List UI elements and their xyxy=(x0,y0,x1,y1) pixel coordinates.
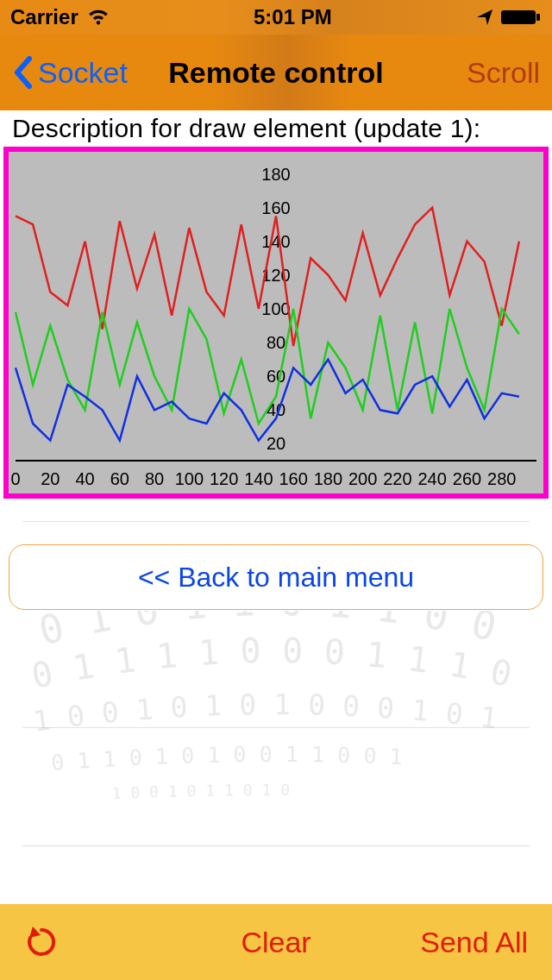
svg-text:200: 200 xyxy=(348,469,377,488)
binary-background: 0 1 0 1 1 0 1 1 0 0 1 0 1 0 1 0 1 0 1 1 … xyxy=(0,611,552,809)
svg-text:180: 180 xyxy=(261,165,290,184)
svg-text:220: 220 xyxy=(383,469,411,488)
divider xyxy=(22,727,530,728)
svg-text:0 1 0 1 1 0 1 1 0 0 1 0 1 0 1 : 0 1 0 1 1 0 1 1 0 0 1 0 1 0 1 0 1 xyxy=(9,611,524,656)
svg-text:1 0 0 1 0 1 1 0 1 0: 1 0 0 1 0 1 1 0 1 0 xyxy=(111,781,290,802)
battery-icon xyxy=(500,9,542,26)
back-label: Socket xyxy=(38,56,128,90)
chart-container: 2040608010012014016018002040608010012014… xyxy=(3,147,549,499)
back-to-menu-button[interactable]: << Back to main menu xyxy=(9,544,543,610)
svg-text:60: 60 xyxy=(110,469,129,488)
carrier-label: Carrier xyxy=(10,5,78,29)
svg-text:80: 80 xyxy=(267,333,285,352)
svg-text:0: 0 xyxy=(10,469,20,488)
wifi-icon xyxy=(87,9,110,26)
line-chart: 2040608010012014016018002040608010012014… xyxy=(9,152,543,493)
svg-text:0 1 1 0 1 0 1 0 0 1 1 0 0 1: 0 1 1 0 1 0 1 0 0 1 1 0 0 1 xyxy=(50,742,403,776)
svg-text:1 0 0 1 0 1 0 1 0 0 0 1 0 1 0: 1 0 0 1 0 1 0 1 0 0 0 1 0 1 0 xyxy=(9,611,517,738)
svg-text:160: 160 xyxy=(261,198,290,217)
svg-text:80: 80 xyxy=(145,469,164,488)
svg-text:240: 240 xyxy=(418,469,447,488)
svg-rect-1 xyxy=(536,14,540,21)
svg-text:20: 20 xyxy=(41,469,60,488)
svg-rect-0 xyxy=(501,10,536,24)
svg-text:100: 100 xyxy=(261,299,290,318)
refresh-button[interactable] xyxy=(24,923,59,961)
divider xyxy=(22,521,530,522)
svg-text:20: 20 xyxy=(267,434,285,453)
clock: 5:01 PM xyxy=(254,5,332,29)
chart-description: Description for draw element (update 1): xyxy=(0,110,552,145)
svg-text:140: 140 xyxy=(261,232,290,251)
send-all-button[interactable]: Send All xyxy=(420,926,528,959)
back-to-menu-label: << Back to main menu xyxy=(138,562,414,594)
svg-text:60: 60 xyxy=(267,367,285,386)
svg-text:120: 120 xyxy=(210,469,238,488)
svg-text:260: 260 xyxy=(453,469,481,488)
svg-text:180: 180 xyxy=(314,469,342,488)
svg-text:100: 100 xyxy=(175,469,204,488)
clear-button[interactable]: Clear xyxy=(241,926,310,959)
location-icon xyxy=(476,9,493,26)
content-area: Description for draw element (update 1):… xyxy=(0,110,552,904)
svg-text:0 1 1 1 1 0 0 0 1 1 1 0 1 0 1 : 0 1 1 1 1 0 0 0 1 1 1 0 1 0 1 0 xyxy=(9,611,515,696)
bottom-toolbar: Clear Send All xyxy=(0,904,552,980)
refresh-icon xyxy=(24,923,59,961)
scroll-button[interactable]: Scroll xyxy=(467,56,540,90)
divider xyxy=(22,845,530,846)
status-bar: Carrier 5:01 PM xyxy=(0,0,552,35)
back-button[interactable]: Socket xyxy=(12,55,128,90)
nav-bar: Socket Remote control Scroll xyxy=(0,35,552,110)
svg-text:40: 40 xyxy=(75,469,94,488)
svg-text:160: 160 xyxy=(279,469,307,488)
svg-text:140: 140 xyxy=(244,469,273,488)
svg-text:280: 280 xyxy=(487,469,516,488)
chevron-left-icon xyxy=(12,55,33,90)
